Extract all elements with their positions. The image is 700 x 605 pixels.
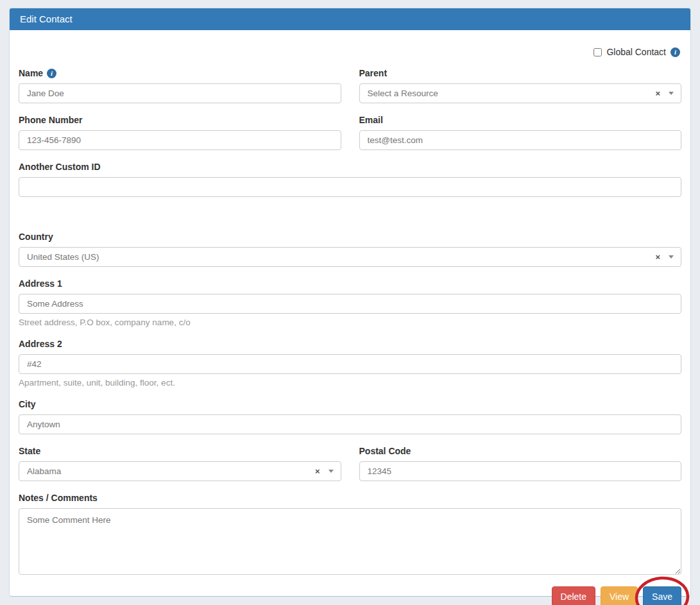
country-field-group: Country United States (US) × (19, 231, 681, 267)
country-label: Country (19, 232, 53, 242)
row-phone-email: Phone Number Email (10, 114, 690, 161)
address1-field-group: Address 1 Street address, P.O box, compa… (19, 278, 681, 327)
phone-field-group: Phone Number (19, 114, 341, 150)
clear-x-icon[interactable]: × (315, 467, 320, 475)
clear-x-icon[interactable]: × (655, 253, 660, 261)
name-info-icon[interactable]: i (47, 69, 56, 78)
name-input[interactable] (19, 83, 341, 103)
chevron-down-icon (329, 470, 334, 473)
phone-label: Phone Number (19, 115, 83, 125)
clear-x-icon[interactable]: × (655, 89, 660, 98)
custom-id-field-group: Another Custom ID (19, 161, 681, 197)
section-spacer (19, 208, 681, 231)
address1-input[interactable] (19, 294, 681, 314)
postal-label: Postal Code (359, 446, 411, 456)
parent-select-value: Select a Resource (368, 89, 656, 98)
state-select-value: Alabama (27, 466, 315, 476)
email-field-group: Email (359, 114, 682, 150)
save-button-wrap: Save (643, 586, 681, 605)
row-name-parent: Name i Parent Select a Resource × (10, 67, 690, 114)
country-select-value: United States (US) (27, 252, 655, 262)
view-button[interactable]: View (601, 586, 638, 605)
notes-textarea[interactable]: Some Comment Here (19, 508, 681, 575)
address1-label: Address 1 (19, 278, 62, 289)
panel-body: Global Contact i Name i Parent Select a … (10, 30, 690, 605)
city-input[interactable] (19, 414, 681, 434)
action-button-row: Delete View Save (19, 586, 681, 605)
email-label: Email (359, 115, 383, 125)
phone-input[interactable] (19, 130, 341, 150)
custom-id-label: Another Custom ID (19, 162, 101, 172)
address1-help-text: Street address, P.O box, company name, c… (19, 318, 681, 327)
custom-id-input[interactable] (19, 177, 681, 197)
global-contact-info-icon[interactable]: i (670, 47, 680, 57)
chevron-down-icon (669, 255, 674, 259)
state-select[interactable]: Alabama × (19, 461, 341, 481)
global-contact-row: Global Contact i (19, 47, 680, 57)
delete-button[interactable]: Delete (552, 586, 595, 605)
address2-label: Address 2 (19, 339, 62, 349)
state-field-group: State Alabama × (19, 445, 341, 481)
address2-field-group: Address 2 Apartment, suite, unit, buildi… (19, 338, 681, 388)
parent-field-group: Parent Select a Resource × (359, 67, 682, 103)
city-label: City (19, 399, 35, 409)
state-label: State (19, 446, 40, 456)
notes-field-group: Notes / Comments Some Comment Here (19, 492, 681, 575)
notes-label: Notes / Comments (19, 493, 98, 503)
row-state-postal: State Alabama × Postal Code (10, 445, 690, 492)
postal-input[interactable] (359, 461, 682, 481)
parent-select[interactable]: Select a Resource × (359, 83, 682, 103)
panel-title: Edit Contact (20, 13, 73, 24)
panel-header: Edit Contact (10, 8, 690, 30)
postal-field-group: Postal Code (359, 445, 682, 481)
edit-contact-panel: Edit Contact Global Contact i Name i Par… (9, 8, 691, 597)
city-field-group: City (19, 398, 681, 434)
save-button[interactable]: Save (643, 586, 681, 605)
country-select[interactable]: United States (US) × (19, 247, 681, 267)
name-field-group: Name i (19, 67, 341, 103)
parent-label: Parent (359, 68, 388, 78)
name-label: Name i (19, 68, 56, 78)
global-contact-label: Global Contact (606, 47, 666, 57)
email-input[interactable] (359, 130, 682, 150)
address2-input[interactable] (19, 354, 681, 374)
address2-help-text: Apartment, suite, unit, building, floor,… (19, 378, 681, 388)
global-contact-checkbox[interactable] (593, 48, 602, 56)
chevron-down-icon (669, 92, 674, 95)
